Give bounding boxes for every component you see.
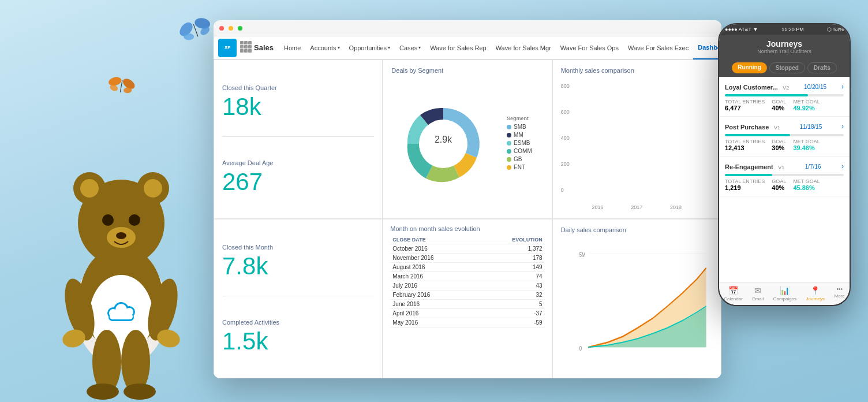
stat-goal-reengage: GOAL 40%: [772, 178, 786, 191]
journey-name-loyal: Loyal Customer... V2: [725, 81, 789, 92]
daily-sales-title: Daily sales comparison: [561, 226, 713, 233]
nav-items: Home Accounts▾ Opportunities▾ Cases▾ Wav…: [279, 36, 721, 59]
phone-bottom-nav: 📅 Calendar ✉ Email 📊 Campaigns 📍 Journey…: [719, 282, 850, 305]
legend-gb: GB: [507, 156, 532, 162]
journey-header-reengage: Re-Engagement V1 1/7/16 ›: [725, 161, 844, 172]
salesforce-logo: SF: [218, 39, 237, 57]
stat-entries-reengage: TOTAL ENTRIES 1,219: [725, 178, 765, 191]
metric-closed-quarter: Closed this Quarter 18k: [222, 67, 374, 136]
phone-nav-more[interactable]: ••• More: [835, 286, 845, 302]
x-axis: 201620172018: [561, 204, 713, 210]
metric-avg-deal-age: Average Deal Age 267: [222, 136, 374, 212]
nav-opportunities[interactable]: Opportunities▾: [345, 36, 395, 59]
phone-battery: ⬡ 53%: [827, 27, 844, 32]
cell-date: May 2016: [390, 318, 478, 327]
deals-segment-title: Deals by Segment: [391, 67, 543, 74]
journey-stats-reengage: TOTAL ENTRIES 1,219 GOAL 40% MET GOAL 45…: [725, 178, 844, 191]
phone-tab-running[interactable]: Running: [732, 62, 767, 73]
monthly-sales-title: Monthly sales comparison: [561, 67, 713, 74]
table-row: April 2016-37: [390, 309, 544, 318]
cell-value: 178: [478, 254, 545, 263]
card-daily-sales: Daily sales comparison 5M 0: [552, 219, 721, 378]
journey-name-post: Post Purchase V1: [725, 121, 780, 132]
dashboard-grid: Closed this Quarter 18k Average Deal Age…: [214, 59, 721, 378]
donut-chart: 2.9k: [403, 103, 484, 184]
browser-chrome: [214, 20, 721, 36]
journey-stats-post: TOTAL ENTRIES 12,413 GOAL 30% MET GOAL 3…: [725, 139, 844, 151]
stat-entries-loyal: TOTAL ENTRIES 6,477: [725, 99, 765, 111]
phone-nav-email[interactable]: ✉ Email: [752, 286, 764, 302]
progress-fill-loyal: [725, 94, 808, 96]
phone-nav-email-label: Email: [752, 296, 764, 302]
campaigns-icon: 📊: [780, 286, 790, 295]
browser-minimize-dot[interactable]: [229, 26, 233, 31]
nav-dashboards[interactable]: Dashboards▾: [693, 36, 721, 59]
cell-value: 5: [478, 300, 545, 309]
nav-wave-rep[interactable]: Wave for Sales Rep: [425, 36, 491, 59]
avg-deal-age-title: Average Deal Age: [222, 159, 374, 166]
stat-goal-loyal: GOAL 40%: [772, 99, 786, 111]
browser-maximize-dot[interactable]: [238, 26, 242, 31]
email-icon: ✉: [754, 286, 761, 295]
table-row: June 20165: [390, 300, 544, 309]
cell-value: 43: [478, 281, 545, 291]
calendar-icon: 📅: [728, 286, 738, 295]
journey-header-loyal: Loyal Customer... V2 10/20/15 ›: [725, 81, 844, 92]
cell-value: 74: [478, 272, 545, 281]
legend-header: Segment: [507, 116, 532, 121]
line-chart-svg: 5M 0: [578, 243, 707, 358]
phone-nav-journeys-label: Journeys: [806, 296, 825, 302]
svg-point-15: [102, 214, 114, 226]
phone-nav-calendar[interactable]: 📅 Calendar: [724, 286, 742, 302]
cell-date: June 2016: [390, 300, 478, 309]
app-launcher-icon[interactable]: [240, 41, 252, 55]
phone-tabs: Running Stopped Drafts: [719, 59, 850, 77]
legend-esmb: ESMB: [507, 140, 532, 146]
phone-nav-campaigns[interactable]: 📊 Campaigns: [773, 286, 796, 302]
y-axis: 8006004002000: [561, 83, 570, 193]
stat-met-loyal: MET GOAL 49.92%: [793, 99, 820, 111]
phone-app-title: Journeys: [725, 39, 844, 49]
nav-wave-mgr[interactable]: Wave for Sales Mgr: [491, 36, 556, 59]
nav-home[interactable]: Home: [279, 36, 305, 59]
closed-month-title: Closed this Month: [222, 244, 374, 251]
journey-progress-reengage: [725, 174, 844, 176]
table-row: July 201643: [390, 281, 544, 291]
cell-date: March 2016: [390, 272, 478, 281]
completed-activities-value: 1.5k: [222, 329, 374, 353]
legend-mm: MM: [507, 132, 532, 138]
journeys-icon: 📍: [810, 286, 820, 295]
cell-date: April 2016: [390, 309, 478, 318]
bar-chart-area: 8006004002000: [561, 77, 713, 204]
svg-point-16: [129, 214, 140, 226]
journey-item-reengage[interactable]: Re-Engagement V1 1/7/16 › TOTAL ENTRIES …: [719, 157, 850, 196]
nav-wave-ops[interactable]: Wave For Sales Ops: [556, 36, 623, 59]
phone-app-subtitle: Northern Trail Outfitters: [725, 49, 844, 54]
phone-time: 11:20 PM: [781, 27, 804, 32]
progress-fill-reengage: [725, 174, 772, 176]
browser-close-dot[interactable]: [219, 26, 224, 31]
phone-tab-stopped[interactable]: Stopped: [769, 62, 805, 73]
app-name: Sales: [254, 43, 274, 52]
svg-point-35: [124, 384, 156, 400]
journey-item-post[interactable]: Post Purchase V1 11/18/15 › TOTAL ENTRIE…: [719, 117, 850, 157]
nav-accounts[interactable]: Accounts▾: [305, 36, 344, 59]
evolution-table: CLOSE DATE EVOLUTION October 20161,372No…: [390, 236, 544, 327]
phone-tab-drafts[interactable]: Drafts: [807, 62, 837, 73]
line-chart: 5M 0: [561, 237, 713, 370]
col-evolution: EVOLUTION: [478, 236, 545, 244]
journey-name-reengage: Re-Engagement V1: [725, 161, 784, 172]
table-row: March 201674: [390, 272, 544, 281]
nav-cases[interactable]: Cases▾: [395, 36, 425, 59]
phone-nav-journeys[interactable]: 📍 Journeys: [806, 286, 825, 302]
stat-goal-post: GOAL 30%: [772, 139, 786, 151]
closed-quarter-value: 18k: [222, 95, 374, 119]
journey-date-loyal: 10/20/15: [804, 84, 826, 90]
nav-wave-exec[interactable]: Wave For Sales Exec: [623, 36, 693, 59]
bar-chart: 8006004002000 201: [561, 77, 713, 210]
salesforce-navbar: SF Sales Home Accounts▾ Opportunities▾ C…: [214, 36, 721, 59]
legend-ent: ENT: [507, 164, 532, 170]
legend-smb: SMB: [507, 124, 532, 130]
donut-svg: 2.9k: [403, 103, 484, 184]
journey-item-loyal[interactable]: Loyal Customer... V2 10/20/15 › TOTAL EN…: [719, 77, 850, 117]
